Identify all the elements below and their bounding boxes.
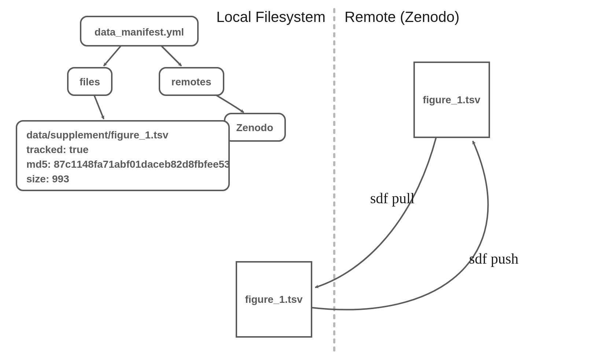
node-manifest-label: data_manifest.yml: [95, 26, 184, 38]
heading-remote: Remote (Zenodo): [345, 9, 459, 25]
file-detail-path: data/supplement/figure_1.tsv: [26, 129, 169, 141]
edge-manifest-remotes: [161, 46, 181, 66]
file-detail-tracked: tracked: true: [26, 144, 89, 155]
edge-push: [312, 141, 488, 310]
heading-local: Local Filesystem: [216, 9, 325, 25]
node-remote-file-label: figure_1.tsv: [423, 94, 480, 105]
file-detail-size: size: 993: [26, 173, 69, 185]
node-remotes-label: remotes: [172, 76, 211, 88]
node-local-file-label: figure_1.tsv: [245, 294, 303, 305]
node-files-label: files: [80, 76, 100, 88]
label-push: sdf push: [469, 250, 518, 267]
node-zenodo-label: Zenodo: [236, 122, 273, 133]
file-detail-md5: md5: 87c1148fa71abf01daceb82d8fbfee53: [26, 159, 230, 170]
label-pull: sdf pull: [370, 190, 415, 207]
edge-files-detail: [94, 95, 104, 119]
edge-manifest-files: [104, 46, 121, 66]
edge-remotes-zenodo: [216, 95, 244, 112]
